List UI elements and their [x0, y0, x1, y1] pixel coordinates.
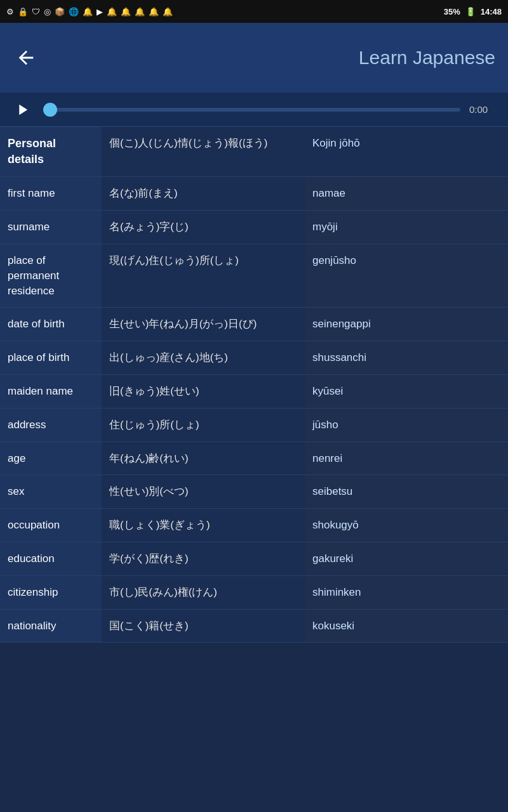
time-display: 0:00	[469, 104, 498, 115]
cell-english: age	[0, 442, 102, 475]
cell-romaji: Kojin jōhō	[305, 127, 508, 177]
target-icon: ◎	[44, 7, 51, 16]
cell-japanese: 名(な)前(まえ)	[102, 177, 305, 211]
cell-japanese: 学(がく)歴(れき)	[102, 542, 305, 575]
cell-japanese: 性(せい)別(べつ)	[102, 475, 305, 509]
table-row: first name名(な)前(まえ)namae	[0, 177, 508, 211]
table-row: occupation職(しょく)業(ぎょう)shokugyō	[0, 509, 508, 542]
table-row: Personal details個(こ)人(じん)情(じょう)報(ほう)Koji…	[0, 127, 508, 177]
table-row: nationality国(こく)籍(せき)kokuseki	[0, 609, 508, 643]
battery-icon: 🔋	[465, 7, 476, 16]
cell-japanese: 市(し)民(みん)権(けん)	[102, 575, 305, 609]
progress-thumb[interactable]	[43, 103, 57, 117]
cell-english: maiden name	[0, 374, 102, 408]
cell-english: place of birth	[0, 341, 102, 375]
table-row: surname名(みょう)字(じ)myōji	[0, 211, 508, 244]
cell-romaji: myōji	[305, 211, 508, 244]
app-icon1: 📦	[55, 7, 65, 16]
cell-romaji: gakureki	[305, 542, 508, 575]
battery-level: 35%	[444, 7, 460, 16]
table-row: maiden name旧(きゅう)姓(せい)kyūsei	[0, 374, 508, 408]
cell-japanese: 個(こ)人(じん)情(じょう)報(ほう)	[102, 127, 305, 177]
bell2-icon: 🔔	[121, 7, 131, 16]
cell-romaji: jūsho	[305, 408, 508, 442]
cell-romaji: shussanchi	[305, 341, 508, 375]
cell-english: surname	[0, 211, 102, 244]
cell-romaji: shokugyō	[305, 509, 508, 542]
cell-japanese: 職(しょく)業(ぎょう)	[102, 509, 305, 542]
cell-japanese: 旧(きゅう)姓(せい)	[102, 374, 305, 408]
cell-english: occupation	[0, 509, 102, 542]
table-row: education学(がく)歴(れき)gakureki	[0, 542, 508, 575]
clock: 14:48	[481, 7, 502, 16]
back-button[interactable]	[13, 45, 44, 70]
status-icons: ⚙ 🔒 🛡 ◎ 📦 🌐 🔔 ▶ 🔔 🔔 🔔 🔔 🔔	[6, 7, 173, 16]
cell-english: citizenship	[0, 575, 102, 609]
cell-english: education	[0, 542, 102, 575]
cell-english: first name	[0, 177, 102, 211]
cell-japanese: 出(しゅっ)産(さん)地(ち)	[102, 341, 305, 375]
cell-english: nationality	[0, 609, 102, 643]
audio-player: 0:00	[0, 93, 508, 127]
cell-english: sex	[0, 475, 102, 509]
cell-japanese: 名(みょう)字(じ)	[102, 211, 305, 244]
bell3-icon: 🔔	[135, 7, 145, 16]
table-row: citizenship市(し)民(みん)権(けん)shiminken	[0, 575, 508, 609]
cell-english: date of birth	[0, 308, 102, 341]
table-row: address住(じゅう)所(しょ)jūsho	[0, 408, 508, 442]
cell-english: Personal details	[0, 127, 102, 177]
table-row: place of birth出(しゅっ)産(さん)地(ち)shussanchi	[0, 341, 508, 375]
cell-romaji: namae	[305, 177, 508, 211]
vocabulary-table: Personal details個(こ)人(じん)情(じょう)報(ほう)Koji…	[0, 127, 508, 643]
top-bar: Learn Japanese	[0, 23, 508, 93]
status-bar: ⚙ 🔒 🛡 ◎ 📦 🌐 🔔 ▶ 🔔 🔔 🔔 🔔 🔔 35% 🔋 14:48	[0, 0, 508, 23]
settings-icon: ⚙	[6, 7, 14, 16]
cell-english: place of permanent residence	[0, 244, 102, 307]
play-store-icon: ▶	[97, 7, 103, 16]
cell-romaji: seibetsu	[305, 475, 508, 509]
bell1-icon: 🔔	[107, 7, 117, 16]
progress-track[interactable]	[43, 108, 460, 112]
app-icon2: 🌐	[69, 7, 79, 16]
cell-romaji: nenrei	[305, 442, 508, 475]
bell5-icon: 🔔	[163, 7, 173, 16]
cell-japanese: 住(じゅう)所(しょ)	[102, 408, 305, 442]
play-button[interactable]	[10, 98, 34, 122]
cell-romaji: genjūsho	[305, 244, 508, 307]
cell-romaji: kyūsei	[305, 374, 508, 408]
table-row: date of birth生(せい)年(ねん)月(がっ)日(び)seinenga…	[0, 308, 508, 341]
cell-japanese: 生(せい)年(ねん)月(がっ)日(び)	[102, 308, 305, 341]
cell-romaji: seinengappi	[305, 308, 508, 341]
lock-icon: 🔒	[18, 7, 28, 16]
bell4-icon: 🔔	[149, 7, 159, 16]
cell-romaji: kokuseki	[305, 609, 508, 643]
table-row: age年(ねん)齢(れい)nenrei	[0, 442, 508, 475]
cell-japanese: 国(こく)籍(せき)	[102, 609, 305, 643]
shield-icon: 🛡	[32, 7, 40, 16]
cell-japanese: 年(ねん)齢(れい)	[102, 442, 305, 475]
status-right: 35% 🔋 14:48	[444, 7, 502, 16]
cell-japanese: 現(げん)住(じゅう)所(しょ)	[102, 244, 305, 307]
table-row: sex性(せい)別(べつ)seibetsu	[0, 475, 508, 509]
app-title: Learn Japanese	[359, 47, 495, 69]
notification-icon: 🔔	[83, 7, 93, 16]
cell-english: address	[0, 408, 102, 442]
cell-romaji: shiminken	[305, 575, 508, 609]
table-row: place of permanent residence現(げん)住(じゅう)所…	[0, 244, 508, 307]
